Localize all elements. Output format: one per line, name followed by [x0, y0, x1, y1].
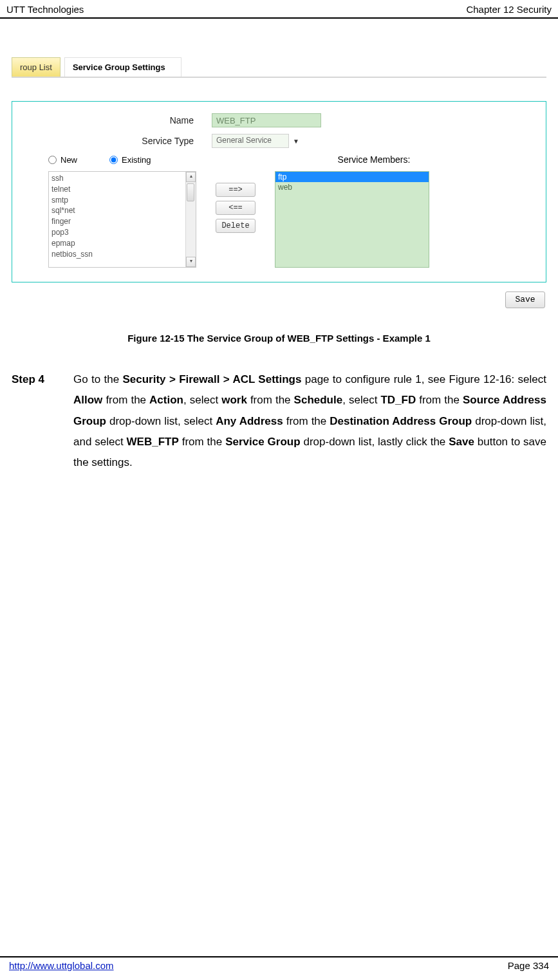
- header-right: Chapter 12 Security: [466, 4, 552, 15]
- list-item[interactable]: sql*net: [51, 205, 193, 216]
- list-item[interactable]: web: [275, 182, 429, 192]
- list-item[interactable]: netbios_ssn: [51, 249, 193, 260]
- save-row: Save: [12, 291, 546, 308]
- bold: Allow: [73, 394, 102, 406]
- text: from the: [102, 394, 149, 406]
- figure-caption: Figure 12-15 The Service Group of WEB_FT…: [12, 333, 546, 344]
- radio-new-label: New: [60, 155, 77, 165]
- text: from the: [247, 394, 294, 406]
- lists-row: ssh telnet smtp sql*net finger pop3 epma…: [19, 171, 539, 268]
- list-item[interactable]: ssh: [51, 173, 193, 184]
- list-item[interactable]: epmap: [51, 238, 193, 249]
- remove-button[interactable]: <==: [216, 201, 256, 215]
- page-body: roup List Service Group Settings Name WE…: [0, 19, 558, 473]
- bold: TD_FD: [380, 394, 416, 406]
- step-text: Go to the Security > Firewall > ACL Sett…: [73, 369, 546, 473]
- save-button[interactable]: Save: [505, 291, 545, 308]
- radio-new[interactable]: New: [48, 155, 77, 165]
- bold: work: [221, 394, 247, 406]
- bold: Schedule: [294, 394, 343, 406]
- bold: Action: [149, 394, 183, 406]
- tab-group-list[interactable]: roup List: [12, 57, 60, 77]
- bold: Any Address: [216, 415, 283, 427]
- available-listbox[interactable]: ssh telnet smtp sql*net finger pop3 epma…: [48, 171, 196, 268]
- list-item[interactable]: telnet: [51, 184, 193, 195]
- bold: Destination Address Group: [330, 415, 472, 427]
- radio-existing[interactable]: Existing: [109, 155, 151, 165]
- bold: Save: [449, 436, 474, 448]
- page-footer: http://www.uttglobal.com Page 334: [0, 956, 558, 971]
- text: Go to the: [73, 373, 122, 385]
- list-item[interactable]: pop3: [51, 227, 193, 238]
- tab-service-group-settings[interactable]: Service Group Settings: [64, 57, 181, 77]
- text: drop-down list, lastly click the: [301, 436, 449, 448]
- service-type-select[interactable]: General Service ▼: [212, 134, 299, 148]
- text: from the: [283, 415, 330, 427]
- scroll-down-icon[interactable]: ▾: [186, 257, 196, 267]
- service-members-label: Service Members:: [338, 154, 411, 165]
- list-item-selected[interactable]: ftp: [275, 172, 429, 182]
- radio-existing-label: Existing: [122, 155, 151, 165]
- text: , select: [342, 394, 380, 406]
- name-label: Name: [19, 115, 212, 125]
- text: from the: [179, 436, 225, 448]
- bold: Security > Firewall > ACL Settings: [122, 373, 301, 385]
- scroll-up-icon[interactable]: ▴: [186, 172, 196, 182]
- radio-existing-input[interactable]: [109, 156, 118, 164]
- service-type-value: General Service: [212, 134, 289, 148]
- bold: WEB_FTP: [127, 436, 179, 448]
- service-type-label: Service Type: [19, 136, 212, 146]
- selected-members-listbox[interactable]: ftp web: [275, 171, 429, 268]
- header-left: UTT Technologies: [6, 4, 84, 15]
- scroll-thumb[interactable]: [187, 183, 194, 201]
- bold: Service Group: [225, 436, 300, 448]
- list-item[interactable]: smtp: [51, 195, 193, 206]
- transfer-buttons: ==> <== Delete: [216, 183, 256, 233]
- row-service-type: Service Type General Service ▼: [19, 134, 539, 148]
- text: page to configure rule 1, see Figure 12-…: [301, 373, 546, 385]
- step-label: Step 4: [12, 369, 73, 473]
- step-4: Step 4 Go to the Security > Firewall > A…: [12, 369, 546, 473]
- text: , select: [183, 394, 221, 406]
- row-name: Name WEB_FTP: [19, 113, 539, 127]
- add-button[interactable]: ==>: [216, 183, 256, 197]
- settings-panel: Name WEB_FTP Service Type General Servic…: [12, 101, 546, 282]
- name-input[interactable]: WEB_FTP: [212, 113, 321, 127]
- delete-button[interactable]: Delete: [216, 219, 256, 233]
- tab-bar: roup List Service Group Settings: [12, 57, 546, 78]
- text: from the: [416, 394, 463, 406]
- chevron-down-icon: ▼: [293, 138, 299, 145]
- footer-link[interactable]: http://www.uttglobal.com: [9, 960, 114, 971]
- radio-new-input[interactable]: [48, 156, 57, 164]
- list-item[interactable]: finger: [51, 216, 193, 227]
- page-header: UTT Technologies Chapter 12 Security: [0, 0, 558, 19]
- text: drop-down list, select: [106, 415, 216, 427]
- available-items: ssh telnet smtp sql*net finger pop3 epma…: [49, 172, 196, 261]
- radio-row: New Existing Service Members:: [19, 154, 539, 165]
- page-number: Page 334: [508, 960, 549, 971]
- scrollbar[interactable]: ▴ ▾: [185, 172, 196, 267]
